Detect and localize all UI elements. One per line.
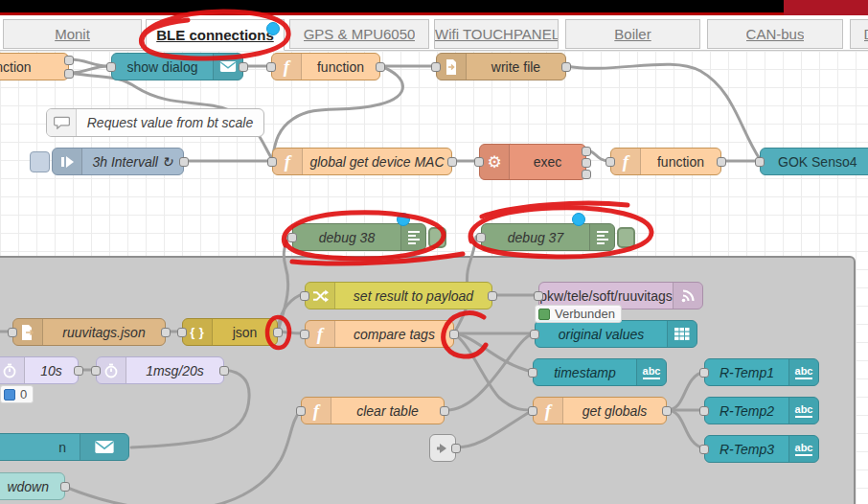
- node-compare-tags[interactable]: f compare tags: [305, 320, 454, 348]
- node-label: ruuvitags.json: [43, 319, 165, 345]
- comment-text: Request value from bt scale: [77, 109, 263, 136]
- input-port[interactable]: [287, 233, 297, 242]
- output-port[interactable]: [74, 366, 83, 376]
- comment-bubble-icon: [47, 109, 77, 136]
- input-port[interactable]: [699, 368, 709, 378]
- node-label: 3h Intervall ↻: [82, 149, 183, 174]
- input-port[interactable]: [177, 328, 187, 337]
- function-icon: f: [272, 54, 302, 80]
- node-label: debug 37: [482, 224, 589, 250]
- output-port-1[interactable]: [64, 56, 74, 65]
- input-port[interactable]: [106, 62, 116, 72]
- node-red-editor: Monit BLE connections GPS & MPU6050 Wifi…: [0, 0, 868, 504]
- node-comment[interactable]: Request value from bt scale: [46, 108, 264, 137]
- output-port[interactable]: [440, 406, 449, 416]
- input-port[interactable]: [605, 157, 615, 167]
- input-port[interactable]: [300, 330, 309, 339]
- node-debug-38[interactable]: debug 38: [292, 223, 426, 251]
- node-link-in[interactable]: [429, 434, 456, 462]
- status-text: Verbunden: [555, 307, 615, 321]
- input-port[interactable]: [474, 157, 484, 167]
- input-port[interactable]: [528, 406, 537, 416]
- node-function-cut[interactable]: unction: [0, 53, 69, 80]
- node-ui-text-rtemp3[interactable]: R-Temp3 abc: [704, 435, 819, 463]
- node-label: GOK Senso4: [761, 149, 868, 174]
- output-port[interactable]: [451, 444, 461, 453]
- node-label: set result to payload: [335, 283, 491, 309]
- output-port[interactable]: [717, 157, 726, 167]
- node-shutdown-cut[interactable]: wdown: [0, 472, 65, 500]
- node-label: global get device MAC: [303, 149, 451, 174]
- node-ui-table-original-values[interactable]: original values: [535, 320, 697, 348]
- output-port[interactable]: [179, 157, 189, 167]
- node-debug-37[interactable]: debug 37: [481, 223, 615, 251]
- node-global-get-device-mac[interactable]: f global get device MAC: [272, 148, 452, 175]
- node-function-top[interactable]: f function: [271, 53, 380, 80]
- node-delay-1msg-20s[interactable]: 1msg/20s: [96, 356, 224, 384]
- output-port[interactable]: [488, 291, 497, 301]
- node-modified-dot: [397, 213, 410, 226]
- abc-text-icon: abc: [788, 436, 818, 462]
- debug-list-icon: [400, 224, 425, 250]
- input-port[interactable]: [266, 62, 276, 72]
- output-port[interactable]: [449, 330, 459, 339]
- node-label: function: [302, 54, 379, 80]
- node-label: original values: [536, 321, 667, 347]
- function-icon: f: [306, 321, 335, 347]
- input-port[interactable]: [530, 330, 539, 339]
- node-notification-cut[interactable]: n: [0, 433, 129, 461]
- node-get-globals[interactable]: f get globals: [533, 397, 667, 424]
- input-port[interactable]: [296, 406, 306, 416]
- debug-toggle-button[interactable]: [428, 227, 446, 248]
- output-port[interactable]: [662, 406, 672, 416]
- node-clear-table[interactable]: f clear table: [301, 397, 445, 424]
- tab-modified-dot: [266, 22, 280, 35]
- output-port-1[interactable]: [582, 147, 591, 156]
- input-port[interactable]: [267, 157, 277, 167]
- node-label: n: [0, 434, 80, 460]
- file-in-icon: [13, 319, 43, 345]
- output-port-2[interactable]: [582, 158, 591, 168]
- function-icon: f: [302, 398, 331, 424]
- input-port[interactable]: [699, 406, 709, 416]
- input-port[interactable]: [755, 157, 765, 167]
- node-set-result-to-payload[interactable]: set result to payload: [305, 282, 492, 309]
- node-ui-text-rtemp1[interactable]: R-Temp1 abc: [704, 358, 819, 386]
- output-port[interactable]: [376, 62, 385, 72]
- node-exec[interactable]: ⚙ exec: [479, 144, 586, 180]
- output-port[interactable]: [447, 157, 457, 167]
- debug-toggle-button[interactable]: [617, 227, 635, 248]
- input-port[interactable]: [300, 291, 309, 301]
- output-port[interactable]: [161, 328, 171, 337]
- json-braces-icon: { }: [183, 319, 213, 345]
- node-ui-text-rtemp2[interactable]: R-Temp2 abc: [704, 397, 819, 424]
- node-delay-10s[interactable]: 10s: [0, 356, 79, 384]
- node-show-dialog[interactable]: show dialog: [111, 53, 243, 80]
- input-port[interactable]: [699, 445, 709, 454]
- input-port[interactable]: [91, 366, 101, 376]
- node-gok-senso4[interactable]: GOK Senso4: [760, 148, 868, 175]
- output-port[interactable]: [561, 62, 571, 72]
- inject-button[interactable]: [30, 151, 50, 172]
- node-function-mid[interactable]: f function: [610, 148, 721, 175]
- input-port[interactable]: [8, 328, 17, 337]
- node-ui-text-timestamp[interactable]: timestamp abc: [533, 358, 667, 386]
- abc-text-icon: abc: [636, 359, 666, 385]
- input-port[interactable]: [534, 291, 543, 301]
- node-ruuvitags-json-file[interactable]: ruuvitags.json: [12, 318, 166, 346]
- input-port[interactable]: [476, 233, 486, 242]
- output-port[interactable]: [239, 62, 248, 72]
- node-label: 10s: [25, 357, 78, 383]
- output-port[interactable]: [273, 328, 283, 337]
- input-port[interactable]: [431, 62, 441, 72]
- input-port[interactable]: [528, 368, 537, 378]
- output-port[interactable]: [60, 482, 70, 492]
- node-label: R-Temp3: [705, 436, 788, 462]
- output-port[interactable]: [219, 366, 229, 376]
- node-write-file[interactable]: write file: [436, 53, 566, 80]
- node-inject-3h-intervall[interactable]: 3h Intervall ↻: [52, 148, 184, 175]
- node-label: R-Temp1: [705, 359, 788, 385]
- output-port-3[interactable]: [582, 170, 591, 179]
- output-port-2[interactable]: [64, 69, 74, 79]
- node-json-parser[interactable]: { } json: [182, 318, 278, 346]
